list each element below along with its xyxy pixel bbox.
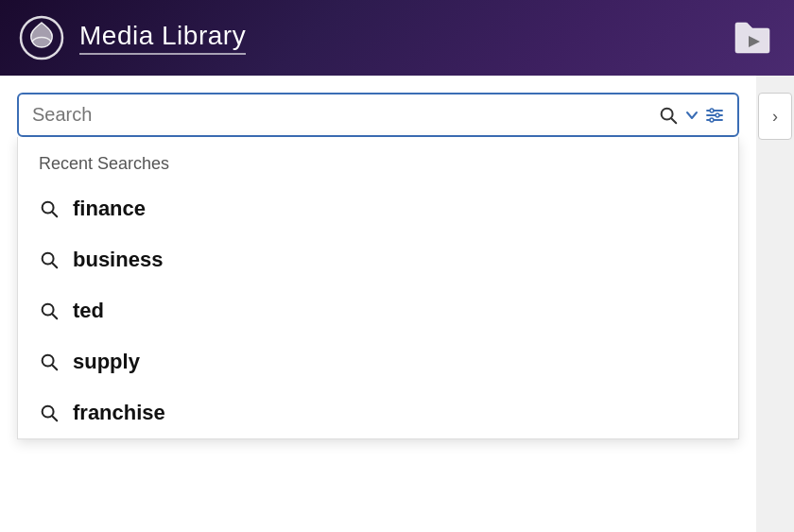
svg-line-3 <box>671 118 676 123</box>
header-right <box>730 15 775 60</box>
chevron-right-icon: › <box>772 107 778 127</box>
list-item[interactable]: finance <box>18 183 738 234</box>
search-icon <box>39 249 60 270</box>
folder-video-icon <box>734 21 771 55</box>
list-item[interactable]: ted <box>18 285 738 336</box>
search-bar[interactable] <box>17 93 739 137</box>
search-icon <box>39 352 60 372</box>
search-input[interactable] <box>32 104 650 126</box>
list-item[interactable]: supply <box>18 336 738 387</box>
svg-line-15 <box>52 314 57 318</box>
search-icon <box>39 403 60 423</box>
chevron-down-icon[interactable] <box>684 108 699 123</box>
svg-line-13 <box>52 263 57 267</box>
search-item-label: ted <box>73 299 104 323</box>
list-item[interactable]: franchise <box>18 387 738 438</box>
svg-line-19 <box>52 416 57 420</box>
search-item-label: finance <box>73 197 146 221</box>
header-left: Media Library <box>19 15 246 60</box>
main-area: Recent Searches finance business <box>0 76 794 532</box>
app-title: Media Library <box>79 21 246 55</box>
app-logo <box>19 15 64 60</box>
right-sidebar: › <box>756 76 794 532</box>
search-item-label: franchise <box>73 401 165 425</box>
recent-searches-label: Recent Searches <box>18 137 738 183</box>
search-panel: Recent Searches finance business <box>0 76 756 532</box>
search-icon[interactable] <box>658 105 679 126</box>
svg-point-9 <box>710 118 714 122</box>
svg-line-11 <box>52 212 57 216</box>
list-item[interactable]: business <box>18 234 738 285</box>
search-icons <box>658 105 724 126</box>
filter-sliders-icon[interactable] <box>705 106 724 125</box>
header: Media Library <box>0 0 794 76</box>
svg-point-7 <box>710 109 714 112</box>
search-item-label: business <box>73 248 163 272</box>
svg-line-17 <box>52 365 57 369</box>
recent-searches-dropdown: Recent Searches finance business <box>17 137 739 439</box>
search-icon <box>39 198 60 219</box>
collapse-sidebar-button[interactable]: › <box>758 93 792 140</box>
search-icon <box>39 300 60 321</box>
svg-point-8 <box>716 113 719 117</box>
media-folder-button[interactable] <box>730 15 775 60</box>
search-item-label: supply <box>73 350 140 374</box>
